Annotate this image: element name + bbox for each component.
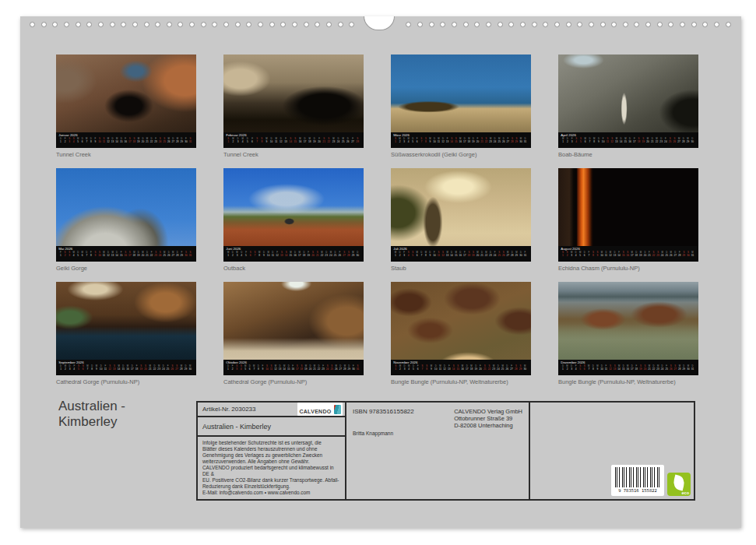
binding-hole xyxy=(508,22,514,27)
binding-hole xyxy=(657,22,663,27)
month-caption: Boab-Bäume xyxy=(558,151,698,158)
isbn-barcode: 9 783516 155822 xyxy=(611,465,664,496)
month-photo: April 2026 M1D2F3S4S5M6D7M8D9F10S11S12M1… xyxy=(558,54,698,148)
eco-badge: eco xyxy=(667,473,691,496)
binding-hole xyxy=(52,22,58,27)
month-label: Oktober 2026 xyxy=(226,360,364,364)
mini-calendar-strip: Januar 2026 D1F2S3S4M5D6M7D8F9S10S11M12D… xyxy=(56,132,196,148)
binding-hole xyxy=(155,22,160,27)
month-thumbnail: Mai 2026 F1S2S3M4D5M6D7F8S9S10M11D12M13D… xyxy=(56,168,196,272)
binding-hole xyxy=(691,22,697,27)
info-right-column: 9 783516 155822 eco xyxy=(530,403,694,499)
mini-day-grid: F1S2S3M4D5M6D7F8S9S10M11D12M13D14F15S16S… xyxy=(58,251,192,257)
binding-hole xyxy=(623,22,628,27)
binding-hole xyxy=(589,22,594,27)
month-photo: Mai 2026 F1S2S3M4D5M6D7F8S9S10M11D12M13D… xyxy=(56,168,196,262)
mini-calendar-strip: Oktober 2026 D1F2S3S4M5D6M7D8F9S10S11M12… xyxy=(223,360,364,375)
binding-hole xyxy=(41,22,47,27)
mini-day-grid: M1D2F3S4S5M6D7M8D9F10S11S12M13D14M15D16F… xyxy=(393,251,527,257)
month-caption: Süßwasserkrokodil (Geiki Gorge) xyxy=(391,151,531,158)
binding-hole xyxy=(223,22,229,27)
mini-day-cell: S28 xyxy=(355,138,360,143)
binding-hole xyxy=(235,22,241,27)
month-photo: November 2026 S1M2D3M4D5F6S7S8M9D10M11D1… xyxy=(391,282,531,375)
binding-hole xyxy=(429,22,434,27)
barcode-bars xyxy=(615,467,660,487)
binding-hole xyxy=(326,22,332,27)
month-label: August 2026 xyxy=(561,247,698,251)
month-thumbnail: April 2026 M1D2F3S4S5M6D7M8D9F10S11S12M1… xyxy=(558,54,698,158)
mini-calendar-strip: April 2026 M1D2F3S4S5M6D7M8D9F10S11S12M1… xyxy=(558,132,698,148)
month-photo: Februar 2026 S1M2D3M4D5F6S7S8M9D10M11D12… xyxy=(223,54,364,148)
isbn-author-block: ISBN 9783516155822 Britta Knappmann xyxy=(353,408,448,494)
mini-day-grid: D1F2S3S4M5D6M7D8F9S10S11M12D13M14D15F16S… xyxy=(58,138,192,143)
month-thumbnail: März 2026 S1M2D3M4D5F6S7S8M9D10M11D12F13… xyxy=(391,54,531,158)
binding-hole xyxy=(292,22,297,27)
month-thumbnail: August 2026 S1S2M3D4M5D6F7S8S9M10D11M12D… xyxy=(558,168,698,272)
calendar-page: Januar 2026 D1F2S3S4M5D6M7D8F9S10S11M12D… xyxy=(20,16,741,528)
calendar-title: Australien - Kimberley xyxy=(58,399,125,429)
month-thumbnail: Dezember 2026 D1M2D3F4S5S6M7D8M9D10F11S1… xyxy=(558,282,698,385)
binding-hole xyxy=(543,22,548,27)
binding-hole xyxy=(714,22,719,27)
mini-calendar-content: März 2026 S1M2D3M4D5F6S7S8M9D10M11D12F13… xyxy=(391,132,531,148)
mini-day-grid: M1D2M3D4F5S6S7M8D9M10D11F12S13S14M15D16M… xyxy=(226,251,360,257)
month-thumbnail: Juni 2026 M1D2M3D4F5S6S7M8D9M10D11F12S13… xyxy=(223,168,364,272)
mini-day-cell: D30 xyxy=(355,251,360,257)
month-thumbnail: Juli 2026 M1D2F3S4S5M6D7M8D9F10S11S12M13… xyxy=(391,168,531,272)
binding-hole xyxy=(417,22,423,27)
mini-calendar-content: Juni 2026 M1D2M3D4F5S6S7M8D9M10D11F12S13… xyxy=(223,246,364,262)
binding-hole xyxy=(634,22,639,27)
binding-hole xyxy=(645,22,651,27)
hanger-punch-hole xyxy=(364,16,395,30)
month-thumbnail: Februar 2026 S1M2D3M4D5F6S7S8M9D10M11D12… xyxy=(223,54,364,158)
mini-calendar-strip: Februar 2026 S1M2D3M4D5F6S7S8M9D10M11D12… xyxy=(223,132,364,148)
month-caption: Outback xyxy=(223,265,364,272)
binding-hole xyxy=(167,22,172,27)
binding-hole xyxy=(30,22,35,27)
mini-day-cell: D31 xyxy=(691,365,695,371)
binding-hole xyxy=(201,22,206,27)
binding-hole xyxy=(486,22,491,27)
binding-hole xyxy=(76,22,81,27)
artikel-row: Artikel-Nr. 2030233 CALVENDO xyxy=(198,403,345,417)
binding-hole xyxy=(498,22,503,27)
mini-calendar-strip: August 2026 S1S2M3D4M5D6F7S8S9M10D11M12D… xyxy=(558,246,698,262)
binding-hole xyxy=(86,22,92,27)
binding-hole xyxy=(406,22,411,27)
month-thumbnail: Oktober 2026 D1F2S3S4M5D6M7D8F9S10S11M12… xyxy=(223,282,364,385)
mini-day-cell: S31 xyxy=(188,138,193,143)
info-middle-column: ISBN 9783516155822 Britta Knappmann CALV… xyxy=(346,403,530,499)
binding-hole xyxy=(440,22,445,27)
artikel-number: Artikel-Nr. 2030233 xyxy=(202,406,255,413)
month-thumbnail: November 2026 S1M2D3M4D5F6S7S8M9D10M11D1… xyxy=(391,282,531,385)
mini-day-grid: D1M2D3F4S5S6M7D8M9D10F11S12S13M14D15M16D… xyxy=(561,365,694,371)
month-caption: Cathedral Gorge (Purnululu-NP) xyxy=(56,378,196,385)
month-label: September 2026 xyxy=(58,360,196,364)
binding-hole xyxy=(726,22,731,27)
binding-hole xyxy=(98,22,104,27)
barcode-digits: 9 783516 155822 xyxy=(611,487,664,494)
month-photo: August 2026 S1S2M3D4M5D6F7S8S9M10D11M12D… xyxy=(558,168,698,262)
mini-day-cell: M30 xyxy=(522,365,527,371)
binding-hole xyxy=(463,22,469,27)
calendar-back-cover: { "title": { "text": "Australien -\nKimb… xyxy=(0,0,756,545)
month-thumbnail: September 2026 D1M2D3F4S5S6M7D8M9D10F11S… xyxy=(56,282,196,385)
mini-calendar-strip: März 2026 S1M2D3M4D5F6S7S8M9D10M11D12F13… xyxy=(391,132,531,148)
binding-hole xyxy=(315,22,320,27)
month-label: April 2026 xyxy=(561,133,698,137)
month-photo: September 2026 D1M2D3F4S5S6M7D8M9D10F11S… xyxy=(56,282,196,375)
mini-calendar-content: Dezember 2026 D1M2D3F4S5S6M7D8M9D10F11S1… xyxy=(558,360,698,375)
mini-calendar-content: September 2026 D1M2D3F4S5S6M7D8M9D10F11S… xyxy=(56,360,196,375)
calvendo-book-icon xyxy=(334,405,341,414)
leaf-icon xyxy=(672,475,686,491)
mini-day-cell: M30 xyxy=(188,365,192,371)
binding-hole xyxy=(554,22,560,27)
month-label: Februar 2026 xyxy=(226,133,364,137)
month-label: November 2026 xyxy=(393,360,531,364)
month-thumbnail: Januar 2026 D1F2S3S4M5D6M7D8F9S10S11M12D… xyxy=(56,54,196,158)
month-caption: Tunnel Creek xyxy=(56,151,196,158)
binding-hole xyxy=(600,22,606,27)
month-label: Mai 2026 xyxy=(58,247,196,251)
month-photo: Dezember 2026 D1M2D3F4S5S6M7D8M9D10F11S1… xyxy=(558,282,698,375)
